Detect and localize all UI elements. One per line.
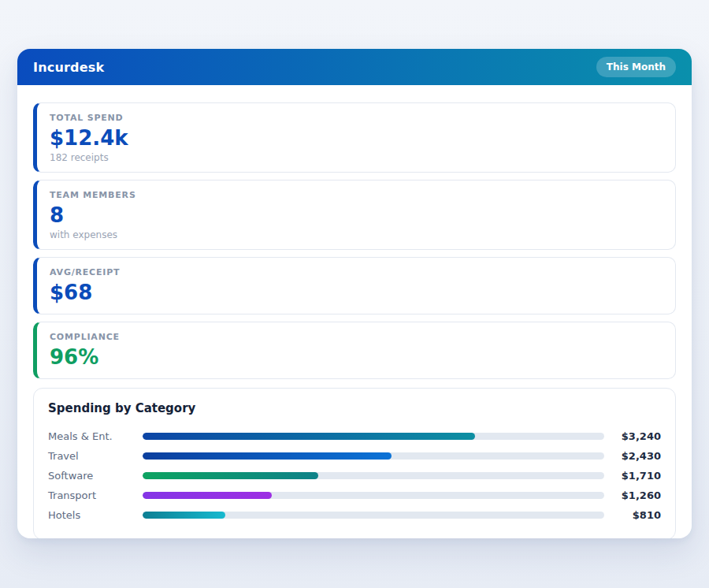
category-label: Travel (48, 450, 143, 462)
category-label: Meals & Ent. (48, 430, 143, 442)
bar-fill (143, 512, 225, 519)
bar-fill (143, 452, 392, 460)
category-label: Hotels (48, 509, 143, 521)
bar-track (143, 512, 604, 519)
stat-label: TEAM MEMBERS (50, 190, 663, 200)
stat-card-avg-receipt: AVG/RECEIPT $68 (33, 257, 676, 314)
chart-row: Hotels $810 (48, 505, 661, 525)
stat-value: 8 (50, 204, 663, 228)
bar-track (143, 433, 604, 440)
bar-fill (143, 492, 272, 499)
stat-subtext: 182 receipts (50, 152, 663, 163)
bar-value: $3,240 (604, 430, 661, 442)
chart-row: Meals & Ent. $3,240 (48, 426, 661, 446)
bar-value: $810 (604, 509, 661, 521)
bar-value: $1,710 (604, 470, 661, 482)
bar-track (143, 452, 604, 460)
app-title: Incurdesk (33, 60, 104, 75)
bar-track (143, 472, 604, 479)
chart-row: Software $1,710 (48, 466, 661, 486)
bar-fill (143, 472, 318, 479)
stat-subtext: with expenses (50, 229, 663, 240)
bar-value: $2,430 (604, 450, 661, 462)
bar-fill (143, 433, 475, 440)
category-label: Transport (48, 489, 143, 501)
period-badge[interactable]: This Month (596, 57, 676, 77)
dashboard-card: Incurdesk This Month TOTAL SPEND $12.4k … (17, 49, 692, 538)
stat-value: 96% (50, 346, 663, 370)
stat-label: AVG/RECEIPT (50, 267, 663, 277)
app-body: TOTAL SPEND $12.4k 182 receipts TEAM MEM… (17, 85, 692, 538)
bar-value: $1,260 (604, 489, 661, 501)
stat-label: COMPLIANCE (50, 332, 663, 342)
stat-card-compliance: COMPLIANCE 96% (33, 322, 676, 379)
chart-row: Travel $2,430 (48, 446, 661, 466)
stat-value: $12.4k (50, 127, 663, 151)
stat-label: TOTAL SPEND (50, 113, 663, 123)
category-label: Software (48, 470, 143, 482)
stat-card-team-members: TEAM MEMBERS 8 with expenses (33, 180, 676, 250)
app-header: Incurdesk This Month (17, 49, 692, 85)
stat-value: $68 (50, 281, 663, 305)
chart-title: Spending by Category (48, 401, 661, 415)
spending-by-category-chart: Spending by Category Meals & Ent. $3,240… (33, 388, 676, 538)
stat-card-total-spend: TOTAL SPEND $12.4k 182 receipts (33, 102, 676, 173)
chart-row: Transport $1,260 (48, 486, 661, 505)
bar-track (143, 492, 604, 499)
